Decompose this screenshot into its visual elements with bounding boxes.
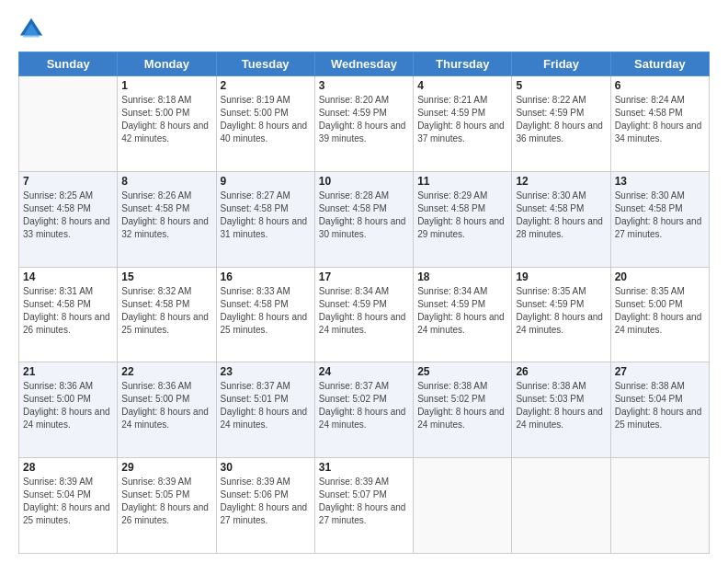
calendar-cell: 7Sunrise: 8:25 AMSunset: 4:58 PMDaylight… [19, 171, 118, 267]
calendar-cell: 12Sunrise: 8:30 AMSunset: 4:58 PMDayligh… [512, 171, 610, 267]
calendar-week-row: 21Sunrise: 8:36 AMSunset: 5:00 PMDayligh… [19, 362, 710, 458]
day-info: Sunrise: 8:35 AMSunset: 4:59 PMDaylight:… [516, 285, 606, 337]
day-info: Sunrise: 8:39 AMSunset: 5:06 PMDaylight:… [221, 476, 311, 527]
calendar-cell: 4Sunrise: 8:21 AMSunset: 4:59 PMDaylight… [414, 76, 512, 172]
day-number: 21 [23, 365, 113, 378]
day-number: 8 [121, 175, 211, 188]
day-number: 19 [516, 270, 606, 283]
day-info: Sunrise: 8:33 AMSunset: 4:58 PMDaylight:… [221, 285, 311, 337]
calendar-cell: 5Sunrise: 8:22 AMSunset: 4:59 PMDaylight… [512, 76, 610, 172]
day-info: Sunrise: 8:35 AMSunset: 5:00 PMDaylight:… [615, 285, 705, 337]
calendar-cell [414, 458, 512, 554]
day-number: 1 [121, 79, 211, 92]
calendar-cell: 11Sunrise: 8:29 AMSunset: 4:58 PMDayligh… [414, 171, 512, 267]
day-number: 22 [121, 365, 211, 378]
calendar-cell: 17Sunrise: 8:34 AMSunset: 4:59 PMDayligh… [314, 267, 413, 362]
day-info: Sunrise: 8:36 AMSunset: 5:00 PMDaylight:… [23, 380, 113, 431]
day-number: 28 [23, 461, 113, 474]
day-info: Sunrise: 8:18 AMSunset: 5:00 PMDaylight:… [121, 94, 211, 145]
day-info: Sunrise: 8:39 AMSunset: 5:04 PMDaylight:… [23, 476, 113, 527]
day-info: Sunrise: 8:38 AMSunset: 5:02 PMDaylight:… [417, 380, 507, 431]
day-info: Sunrise: 8:29 AMSunset: 4:58 PMDaylight:… [417, 190, 507, 241]
day-info: Sunrise: 8:37 AMSunset: 5:02 PMDaylight:… [319, 380, 409, 431]
calendar-cell: 13Sunrise: 8:30 AMSunset: 4:58 PMDayligh… [610, 171, 709, 267]
calendar-header-wednesday: Wednesday [314, 52, 413, 76]
day-number: 11 [417, 175, 507, 188]
logo [18, 17, 48, 42]
calendar-cell: 15Sunrise: 8:32 AMSunset: 4:58 PMDayligh… [118, 267, 216, 362]
day-info: Sunrise: 8:36 AMSunset: 5:00 PMDaylight:… [121, 380, 211, 431]
calendar-week-row: 1Sunrise: 8:18 AMSunset: 5:00 PMDaylight… [19, 76, 710, 172]
calendar-cell [610, 458, 709, 554]
calendar-cell: 21Sunrise: 8:36 AMSunset: 5:00 PMDayligh… [19, 362, 118, 458]
calendar-cell: 8Sunrise: 8:26 AMSunset: 4:58 PMDaylight… [118, 171, 216, 267]
day-info: Sunrise: 8:21 AMSunset: 4:59 PMDaylight:… [417, 94, 507, 145]
day-info: Sunrise: 8:39 AMSunset: 5:07 PMDaylight:… [319, 476, 409, 527]
day-info: Sunrise: 8:31 AMSunset: 4:58 PMDaylight:… [23, 285, 113, 337]
calendar-cell [512, 458, 610, 554]
calendar-week-row: 7Sunrise: 8:25 AMSunset: 4:58 PMDaylight… [19, 171, 710, 267]
day-number: 29 [121, 461, 211, 474]
calendar-cell: 25Sunrise: 8:38 AMSunset: 5:02 PMDayligh… [414, 362, 512, 458]
calendar-cell: 31Sunrise: 8:39 AMSunset: 5:07 PMDayligh… [314, 458, 413, 554]
day-number: 20 [615, 270, 705, 283]
calendar-table: SundayMondayTuesdayWednesdayThursdayFrid… [18, 52, 710, 554]
day-number: 2 [221, 79, 311, 92]
day-info: Sunrise: 8:38 AMSunset: 5:03 PMDaylight:… [516, 380, 606, 431]
day-number: 27 [615, 365, 705, 378]
calendar-cell: 1Sunrise: 8:18 AMSunset: 5:00 PMDaylight… [118, 76, 216, 172]
calendar-cell: 28Sunrise: 8:39 AMSunset: 5:04 PMDayligh… [19, 458, 118, 554]
day-number: 14 [23, 270, 113, 283]
day-number: 3 [319, 79, 409, 92]
calendar-cell: 10Sunrise: 8:28 AMSunset: 4:58 PMDayligh… [314, 171, 413, 267]
calendar-cell: 6Sunrise: 8:24 AMSunset: 4:58 PMDaylight… [610, 76, 709, 172]
calendar-cell: 29Sunrise: 8:39 AMSunset: 5:05 PMDayligh… [118, 458, 216, 554]
calendar-cell: 20Sunrise: 8:35 AMSunset: 5:00 PMDayligh… [610, 267, 709, 362]
calendar-header-thursday: Thursday [414, 52, 512, 76]
day-info: Sunrise: 8:30 AMSunset: 4:58 PMDaylight:… [615, 190, 705, 241]
day-number: 9 [221, 175, 311, 188]
day-number: 12 [516, 175, 606, 188]
day-number: 7 [23, 175, 113, 188]
day-info: Sunrise: 8:32 AMSunset: 4:58 PMDaylight:… [121, 285, 211, 337]
calendar-header-row: SundayMondayTuesdayWednesdayThursdayFrid… [19, 52, 710, 76]
day-info: Sunrise: 8:37 AMSunset: 5:01 PMDaylight:… [221, 380, 311, 431]
page: SundayMondayTuesdayWednesdayThursdayFrid… [0, 0, 728, 563]
calendar-cell: 22Sunrise: 8:36 AMSunset: 5:00 PMDayligh… [118, 362, 216, 458]
day-number: 24 [319, 365, 409, 378]
day-info: Sunrise: 8:27 AMSunset: 4:58 PMDaylight:… [221, 190, 311, 241]
calendar-cell: 23Sunrise: 8:37 AMSunset: 5:01 PMDayligh… [216, 362, 314, 458]
calendar-cell: 14Sunrise: 8:31 AMSunset: 4:58 PMDayligh… [19, 267, 118, 362]
calendar-cell [19, 76, 118, 172]
day-number: 16 [221, 270, 311, 283]
day-info: Sunrise: 8:38 AMSunset: 5:04 PMDaylight:… [615, 380, 705, 431]
day-number: 26 [516, 365, 606, 378]
day-number: 18 [417, 270, 507, 283]
day-info: Sunrise: 8:30 AMSunset: 4:58 PMDaylight:… [516, 190, 606, 241]
day-info: Sunrise: 8:28 AMSunset: 4:58 PMDaylight:… [319, 190, 409, 241]
day-number: 15 [121, 270, 211, 283]
day-number: 13 [615, 175, 705, 188]
calendar-cell: 24Sunrise: 8:37 AMSunset: 5:02 PMDayligh… [314, 362, 413, 458]
calendar-cell: 2Sunrise: 8:19 AMSunset: 5:00 PMDaylight… [216, 76, 314, 172]
calendar-cell: 19Sunrise: 8:35 AMSunset: 4:59 PMDayligh… [512, 267, 610, 362]
day-number: 10 [319, 175, 409, 188]
day-info: Sunrise: 8:39 AMSunset: 5:05 PMDaylight:… [121, 476, 211, 527]
day-number: 4 [417, 79, 507, 92]
day-number: 30 [221, 461, 311, 474]
calendar-cell: 16Sunrise: 8:33 AMSunset: 4:58 PMDayligh… [216, 267, 314, 362]
day-info: Sunrise: 8:26 AMSunset: 4:58 PMDaylight:… [121, 190, 211, 241]
calendar-cell: 9Sunrise: 8:27 AMSunset: 4:58 PMDaylight… [216, 171, 314, 267]
calendar-cell: 18Sunrise: 8:34 AMSunset: 4:59 PMDayligh… [414, 267, 512, 362]
calendar-week-row: 14Sunrise: 8:31 AMSunset: 4:58 PMDayligh… [19, 267, 710, 362]
day-info: Sunrise: 8:34 AMSunset: 4:59 PMDaylight:… [319, 285, 409, 337]
calendar-cell: 30Sunrise: 8:39 AMSunset: 5:06 PMDayligh… [216, 458, 314, 554]
day-number: 31 [319, 461, 409, 474]
day-number: 5 [516, 79, 606, 92]
calendar-header-tuesday: Tuesday [216, 52, 314, 76]
calendar-cell: 27Sunrise: 8:38 AMSunset: 5:04 PMDayligh… [610, 362, 709, 458]
day-info: Sunrise: 8:34 AMSunset: 4:59 PMDaylight:… [417, 285, 507, 337]
day-info: Sunrise: 8:20 AMSunset: 4:59 PMDaylight:… [319, 94, 409, 145]
day-info: Sunrise: 8:25 AMSunset: 4:58 PMDaylight:… [23, 190, 113, 241]
header [18, 17, 710, 42]
